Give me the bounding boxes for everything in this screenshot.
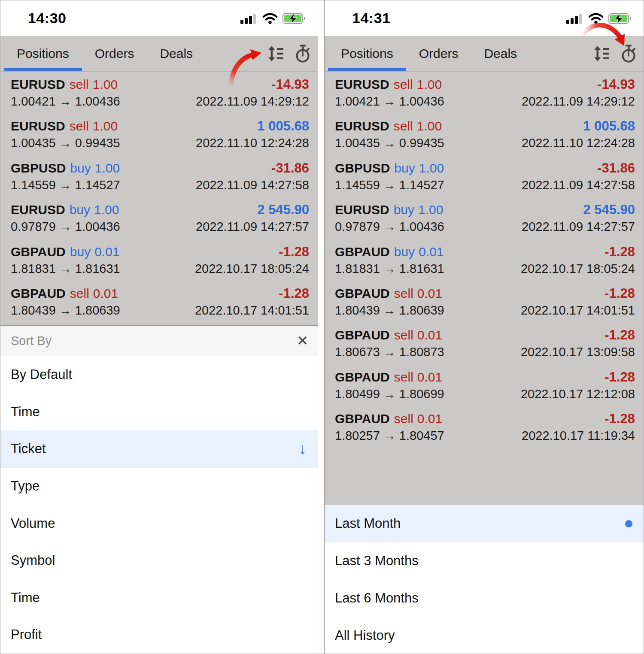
cellular-signal-icon <box>240 13 258 24</box>
period-option[interactable]: Last 6 Months <box>325 580 644 617</box>
sort-icon[interactable] <box>267 46 283 61</box>
tab[interactable]: Orders <box>406 36 471 71</box>
position-side: sell <box>394 77 413 91</box>
tab[interactable]: Deals <box>147 36 206 71</box>
tab[interactable]: Positions <box>4 36 82 71</box>
close-price: 1.14527 <box>399 179 444 192</box>
position-side: sell <box>70 119 89 133</box>
open-price: 1.80439 <box>335 304 380 318</box>
position-volume: 0.01 <box>417 412 442 426</box>
sort-option[interactable]: Time <box>0 394 318 431</box>
position-row[interactable]: GBPAUD sell 0.01 -1.28 1.80439 → 1.80639… <box>0 281 318 322</box>
position-row[interactable]: EURUSD sell 1.00 1 005.68 1.00435 → 0.99… <box>0 113 318 155</box>
tabs: Positions Orders Deals <box>4 36 206 71</box>
sort-option[interactable]: By Default <box>0 356 318 394</box>
position-row-line1: GBPAUD buy 0.01 -1.28 <box>11 245 309 259</box>
arrow-right-glyph: → <box>383 136 396 150</box>
tab-label: Orders <box>95 46 134 61</box>
position-volume: 0.01 <box>93 286 118 300</box>
close-price: 1.80873 <box>399 345 444 359</box>
position-profit: -14.93 <box>271 77 309 92</box>
tab[interactable]: Orders <box>82 36 147 71</box>
position-time: 2022.11.09 14:29:12 <box>196 95 309 109</box>
open-price: 1.80257 <box>335 429 380 443</box>
tab-bar: Positions Orders Deals <box>325 36 644 72</box>
position-row[interactable]: GBPAUD sell 0.01 -1.28 1.80673 → 1.80873… <box>325 322 644 364</box>
position-time: 2022.10.17 13:09:58 <box>521 345 635 359</box>
close-price: 1.80639 <box>75 304 120 318</box>
position-side: sell <box>70 77 89 91</box>
open-price: 1.00421 <box>335 95 380 109</box>
close-price: 0.99435 <box>399 136 444 150</box>
history-period-icon[interactable] <box>620 45 637 63</box>
cellular-signal-icon <box>566 13 583 24</box>
panel-divider <box>318 0 324 654</box>
position-volume: 1.00 <box>419 161 444 175</box>
sort-option[interactable]: Symbol <box>0 542 318 579</box>
sort-option[interactable]: Volume <box>0 505 318 542</box>
position-row[interactable]: EURUSD sell 1.00 -14.93 1.00421 → 1.0043… <box>0 72 318 113</box>
sort-option[interactable]: Type <box>0 468 318 505</box>
position-row[interactable]: GBPAUD sell 0.01 -1.28 1.80257 → 1.80457… <box>325 406 644 448</box>
history-period-menu: Last Month Last 3 Months Last 6 Months A… <box>325 505 644 654</box>
period-option[interactable]: Last 3 Months <box>325 542 644 580</box>
position-symbol: GBPUSD <box>335 161 390 175</box>
side-by-side-screenshots: 14:30 <box>0 0 644 654</box>
history-period-icon[interactable] <box>295 45 311 63</box>
position-row[interactable]: GBPAUD buy 0.01 -1.28 1.81831 → 1.81631 … <box>325 239 644 281</box>
arrow-right-glyph: → <box>59 220 72 234</box>
position-row[interactable]: EURUSD sell 1.00 -14.93 1.00421 → 1.0043… <box>325 72 644 113</box>
open-price: 0.97879 <box>11 220 56 234</box>
position-profit: 1 005.68 <box>257 119 309 133</box>
position-row[interactable]: GBPAUD sell 0.01 -1.28 1.80499 → 1.80699… <box>325 364 644 406</box>
position-volume: 0.01 <box>94 245 119 259</box>
sheet-header: Sort By ✕ <box>0 326 318 356</box>
position-row[interactable]: EURUSD buy 1.00 2 545.90 0.97879 → 1.004… <box>325 197 644 239</box>
sort-icon[interactable] <box>593 46 609 61</box>
sort-option[interactable]: Ticket ↓ <box>0 430 318 468</box>
position-profit: -1.28 <box>605 328 635 342</box>
position-row[interactable]: EURUSD sell 1.00 1 005.68 1.00435 → 0.99… <box>325 113 644 155</box>
position-profit: 2 545.90 <box>583 203 635 217</box>
sort-option-label: Ticket <box>11 441 46 457</box>
position-volume: 0.01 <box>417 328 442 342</box>
position-row[interactable]: GBPUSD buy 1.00 -31.86 1.14559 → 1.14527… <box>325 155 644 197</box>
position-row[interactable]: GBPUSD buy 1.00 -31.86 1.14559 → 1.14527… <box>0 155 318 197</box>
position-row-line1: GBPAUD sell 0.01 -1.28 <box>335 328 635 342</box>
position-row-line2: 1.80673 → 1.80873 2022.10.17 13:09:58 <box>335 345 635 359</box>
period-option[interactable]: Last Month <box>325 505 644 542</box>
position-symbol: GBPAUD <box>11 286 66 300</box>
close-icon[interactable]: ✕ <box>297 333 308 349</box>
position-time: 2022.11.10 12:24:28 <box>196 136 309 150</box>
position-side: buy <box>394 161 415 175</box>
sort-option[interactable]: Time <box>0 579 318 617</box>
close-price: 1.00436 <box>399 95 444 109</box>
position-time: 2022.10.17 11:19:34 <box>522 429 635 443</box>
position-row-line2: 0.97879 → 1.00436 2022.11.09 14:27:57 <box>335 220 635 234</box>
close-price: 1.81631 <box>399 262 444 276</box>
period-option[interactable]: All History <box>325 617 644 654</box>
position-side: sell <box>394 328 413 342</box>
positions-list: EURUSD sell 1.00 -14.93 1.00421 → 1.0043… <box>325 72 644 505</box>
position-row[interactable]: GBPAUD buy 0.01 -1.28 1.81831 → 1.81631 … <box>0 239 318 281</box>
tabs: Positions Orders Deals <box>328 36 530 71</box>
tab[interactable]: Positions <box>328 36 406 71</box>
position-side: sell <box>70 286 89 300</box>
position-row[interactable]: EURUSD buy 1.00 2 545.90 0.97879 → 1.004… <box>0 197 318 239</box>
position-row-line2: 1.00421 → 1.00436 2022.11.09 14:29:12 <box>11 95 309 109</box>
position-row[interactable]: GBPAUD sell 0.01 -1.28 1.80439 → 1.80639… <box>325 281 644 322</box>
tab-label: Positions <box>17 46 69 61</box>
close-price: 1.14527 <box>75 179 120 192</box>
open-price: 1.00435 <box>11 136 56 150</box>
position-row-line1: GBPUSD buy 1.00 -31.86 <box>11 161 309 176</box>
battery-charging-icon <box>608 13 632 24</box>
open-price: 1.00435 <box>335 136 380 150</box>
sort-option[interactable]: Profit <box>0 616 318 654</box>
toolbar-icons <box>267 36 311 71</box>
open-price: 1.80499 <box>335 388 380 401</box>
position-time: 2022.11.09 14:27:58 <box>522 179 635 192</box>
position-row-line1: EURUSD sell 1.00 -14.93 <box>335 77 635 92</box>
sort-option-label: Symbol <box>11 553 55 568</box>
position-volume: 1.00 <box>94 203 119 217</box>
tab[interactable]: Deals <box>471 36 530 71</box>
